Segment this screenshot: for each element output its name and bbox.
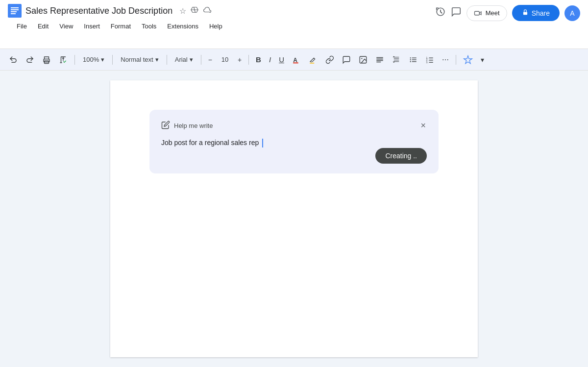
title-bar: Sales Representative Job Description ☆ F…: [0, 0, 588, 49]
zoom-value: 100%: [83, 56, 99, 63]
cloud-icon[interactable]: [203, 5, 212, 16]
svg-rect-11: [310, 63, 314, 64]
align-button[interactable]: [372, 53, 387, 66]
creating-button[interactable]: Creating ..: [375, 148, 427, 164]
font-size-control: − +: [205, 54, 245, 66]
ai-input-area: Job post for a regional sales rep: [161, 138, 427, 148]
undo-button[interactable]: [6, 53, 21, 66]
svg-rect-0: [8, 4, 22, 18]
line-spacing-button[interactable]: [389, 53, 404, 66]
font-dropdown[interactable]: Arial ▾: [171, 54, 197, 65]
pencil-icon: [161, 121, 170, 131]
redo-button[interactable]: [23, 53, 37, 66]
font-size-decrease[interactable]: −: [205, 54, 215, 66]
main-area: Help me write × Job post for a regional …: [0, 71, 588, 367]
bold-label: B: [256, 55, 261, 64]
menu-insert[interactable]: Insert: [79, 21, 105, 32]
ai-mode-button[interactable]: [460, 53, 476, 67]
toolbar-separator-1: [74, 55, 75, 65]
star-icon[interactable]: ☆: [179, 6, 186, 16]
svg-point-13: [361, 58, 362, 59]
expand-toolbar-button[interactable]: ▾: [478, 54, 487, 66]
svg-point-18: [410, 57, 411, 58]
zoom-dropdown[interactable]: 100% ▾: [79, 54, 108, 65]
share-label: Share: [532, 9, 550, 17]
zoom-chevron-icon: ▾: [101, 56, 104, 63]
font-size-increase[interactable]: +: [235, 54, 245, 66]
text-color-button[interactable]: A: [289, 53, 304, 66]
svg-rect-5: [474, 11, 479, 15]
svg-point-20: [410, 61, 411, 62]
menu-bar: File Edit View Insert Format Tools Exten…: [8, 20, 580, 33]
menu-help[interactable]: Help: [204, 21, 227, 32]
menu-file[interactable]: File: [12, 21, 32, 32]
close-icon: ×: [420, 121, 426, 130]
toolbar: 100% ▾ Normal text ▾ Arial ▾ − + B I U A: [0, 49, 588, 71]
history-icon[interactable]: [435, 6, 446, 20]
link-button[interactable]: [322, 53, 337, 66]
toolbar-separator-4: [201, 55, 201, 65]
image-button[interactable]: [356, 53, 370, 66]
text-cursor: [262, 139, 263, 147]
svg-rect-4: [11, 13, 16, 14]
style-value: Normal text: [121, 56, 153, 63]
avatar-letter: A: [570, 9, 574, 17]
font-size-input[interactable]: [216, 56, 234, 63]
ai-write-panel: Help me write × Job post for a regional …: [149, 110, 439, 173]
ai-panel-title-row: Help me write: [161, 121, 213, 131]
menu-edit[interactable]: Edit: [33, 21, 53, 32]
toolbar-separator-2: [112, 55, 113, 65]
svg-rect-6: [523, 12, 527, 15]
menu-tools[interactable]: Tools: [137, 21, 161, 32]
ai-input-text: Job post for a regional sales rep: [161, 139, 259, 147]
ai-panel-footer: Creating ..: [161, 148, 427, 164]
meet-button[interactable]: Meet: [466, 5, 507, 21]
title-right: Meet Share A: [435, 5, 580, 21]
comment-button[interactable]: [339, 53, 354, 66]
numbered-list-button[interactable]: 1.2.3.: [422, 53, 437, 66]
toolbar-separator-3: [167, 55, 167, 65]
ai-close-button[interactable]: ×: [419, 120, 427, 132]
toolbar-separator-6: [456, 55, 456, 65]
bullet-list-button[interactable]: [406, 53, 420, 66]
share-button[interactable]: Share: [512, 5, 560, 21]
toolbar-separator-5: [248, 55, 249, 65]
more-options-button[interactable]: ⋯: [439, 54, 452, 66]
style-dropdown[interactable]: Normal text ▾: [117, 54, 162, 65]
underline-button[interactable]: U: [276, 53, 287, 66]
drive-icon[interactable]: [190, 5, 199, 16]
menu-view[interactable]: View: [54, 21, 78, 32]
ai-panel-title: Help me write: [174, 122, 213, 129]
italic-button[interactable]: I: [266, 53, 274, 66]
style-chevron-icon: ▾: [155, 56, 159, 63]
svg-rect-10: [293, 62, 298, 63]
font-chevron-icon: ▾: [190, 56, 193, 63]
italic-label: I: [269, 55, 271, 64]
menu-extensions[interactable]: Extensions: [162, 21, 203, 32]
spellcheck-button[interactable]: [56, 53, 71, 66]
svg-text:3.: 3.: [426, 60, 428, 63]
svg-rect-3: [11, 11, 17, 12]
font-value: Arial: [175, 56, 188, 63]
underline-label: U: [279, 55, 284, 64]
bold-button[interactable]: B: [253, 53, 264, 66]
ai-panel-header: Help me write ×: [161, 120, 427, 132]
svg-rect-1: [11, 7, 19, 8]
highlight-button[interactable]: [306, 53, 320, 66]
meet-label: Meet: [486, 9, 500, 17]
svg-rect-2: [11, 9, 19, 10]
menu-format[interactable]: Format: [106, 21, 136, 32]
chat-icon[interactable]: [451, 6, 462, 20]
svg-point-19: [410, 59, 411, 60]
document: Help me write × Job post for a regional …: [110, 80, 478, 357]
google-docs-logo-icon: [8, 4, 22, 18]
print-button[interactable]: [39, 53, 54, 66]
document-title: Sales Representative Job Description: [25, 6, 172, 16]
lock-icon: [522, 9, 529, 17]
avatar[interactable]: A: [564, 5, 580, 21]
